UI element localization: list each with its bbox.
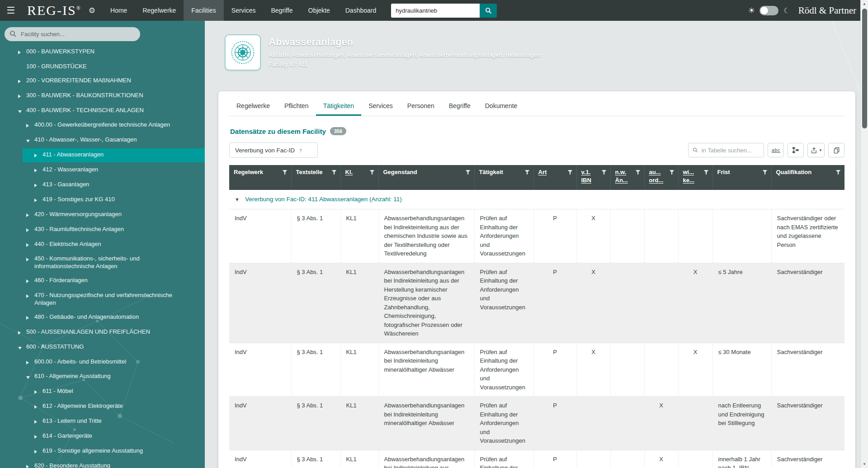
page-scrollbar[interactable]: ▲ ▼ (860, 0, 868, 468)
expand-arrow-icon[interactable] (18, 329, 26, 337)
tree-item[interactable]: 610 - Allgemeine Ausstattung (0, 369, 205, 384)
tree-item[interactable]: 300 - BAUWERK - BAUKONSTRUKTIONEN (0, 89, 205, 104)
table-search-input[interactable] (702, 147, 760, 154)
column-header[interactable]: Tätigkeit (474, 165, 533, 190)
tree-item[interactable]: 411 - Abwasseranlagen (0, 148, 205, 163)
expand-arrow-icon[interactable] (18, 93, 26, 100)
facility-search-input[interactable] (5, 27, 140, 41)
nav-item-facilities[interactable]: Facilities (184, 0, 223, 21)
tree-item[interactable]: 470 - Nutzungsspezifische und verfahrens… (0, 288, 205, 310)
tree-item[interactable]: 440 - Elektrische Anlagen (0, 237, 205, 252)
expand-arrow-icon[interactable] (26, 278, 34, 285)
tree-item[interactable]: 413 - Gasanlagen (0, 178, 205, 193)
tree-item[interactable]: 450 - Kommunikations-, sicherheits- und … (0, 252, 205, 274)
table-row[interactable]: IndV§ 3 Abs. 1KL1Abwasserbehandlungsanla… (229, 397, 844, 450)
expand-arrow-icon[interactable] (34, 403, 42, 411)
filter-icon[interactable] (762, 170, 768, 175)
tree-item[interactable]: 200 - VORBEREITENDE MAßNAHMEN (0, 74, 205, 89)
column-header[interactable]: Gegenstand (378, 165, 474, 190)
filter-icon[interactable] (567, 170, 573, 175)
tab-services[interactable]: Services (361, 96, 400, 116)
column-header[interactable]: Regelwerk (229, 165, 291, 190)
tree-item[interactable]: 611 - Möbel (0, 384, 205, 399)
gear-icon[interactable]: ⚙ (89, 6, 95, 15)
expand-arrow-icon[interactable] (34, 182, 42, 189)
tree-item[interactable]: 600.00 - Arbeits- und Betriebsmittel (0, 355, 205, 370)
filter-icon[interactable] (601, 170, 607, 175)
filter-icon[interactable] (282, 170, 288, 175)
column-header[interactable]: n.w.Än... (610, 165, 644, 190)
global-search-input[interactable] (391, 4, 480, 18)
expand-arrow-icon[interactable] (34, 418, 42, 426)
tree-item[interactable]: 619 - Sonstige allgemeine Ausstattung (0, 444, 205, 459)
expand-arrow-icon[interactable] (26, 241, 34, 249)
table-row[interactable]: IndV§ 3 Abs. 1KL1Abwasserbehandlungsanla… (229, 263, 844, 343)
nav-item-dashboard[interactable]: Dashboard (338, 0, 384, 21)
grouping-button[interactable] (788, 143, 804, 157)
nav-item-home[interactable]: Home (103, 0, 135, 21)
export-button[interactable]: ▾ (807, 143, 825, 157)
expand-arrow-icon[interactable] (18, 49, 26, 57)
tree-item[interactable]: 100 - GRUNDSTÜCKE (0, 60, 205, 74)
tree-item[interactable]: 613 - Leitern und Tritte (0, 414, 205, 429)
nav-item-services[interactable]: Services (224, 0, 264, 21)
column-header[interactable]: au...ord... (644, 165, 678, 190)
tab-regelwerke[interactable]: Regelwerke (229, 96, 277, 116)
expand-arrow-icon[interactable] (26, 227, 34, 234)
filter-icon[interactable] (465, 170, 471, 175)
nav-item-objekte[interactable]: Objekte (301, 0, 338, 21)
tab-personen[interactable]: Personen (400, 96, 442, 116)
filter-icon[interactable] (331, 170, 337, 175)
expand-arrow-icon[interactable] (34, 152, 42, 160)
expand-arrow-icon[interactable] (26, 293, 34, 300)
tree-item[interactable]: 412 - Wasseranlagen (0, 163, 205, 178)
expand-arrow-icon[interactable] (26, 463, 34, 468)
nav-item-regelwerke[interactable]: Regelwerke (135, 0, 184, 21)
tree-item[interactable]: 000 - BAUWERKSTYPEN (0, 45, 205, 60)
global-search-button[interactable] (480, 4, 497, 18)
tree-item[interactable]: 612 - Allgemeine Elektrogeräte (0, 399, 205, 414)
table-row[interactable]: IndV§ 3 Abs. 1KL1Abwasserbehandlungsanla… (229, 343, 844, 397)
tree-item[interactable]: 430 - Raumlufttechnische Anlagen (0, 222, 205, 237)
tree-item[interactable]: 419 - Sonstiges zur KG 410 (0, 193, 205, 208)
filter-icon[interactable] (369, 170, 375, 175)
tree-item[interactable]: 500 - AUSSENANLAGEN UND FREIFLÄCHEN (0, 325, 205, 340)
collapse-arrow-icon[interactable] (26, 373, 34, 381)
column-header[interactable]: Textstelle (291, 165, 340, 190)
scrollbar-thumb[interactable] (862, 9, 867, 128)
tab-pflichten[interactable]: Pflichten (277, 96, 316, 116)
expand-arrow-icon[interactable] (26, 314, 34, 322)
column-header[interactable]: Qualifikation (771, 165, 844, 190)
rename-columns-button[interactable]: abc (768, 143, 784, 157)
scroll-down-icon[interactable]: ▼ (861, 460, 868, 468)
theme-toggle-knob[interactable] (760, 7, 768, 14)
expand-arrow-icon[interactable] (26, 212, 34, 219)
filter-icon[interactable] (635, 170, 641, 175)
sort-direction-icon[interactable]: ↑ (299, 147, 302, 154)
expand-arrow-icon[interactable] (26, 256, 34, 264)
theme-toggle[interactable] (760, 6, 778, 15)
tab-begriffe[interactable]: Begriffe (442, 96, 478, 116)
tree-item[interactable]: 620 - Besondere Ausstattung (0, 459, 205, 468)
tree-item[interactable]: 400.00 - Gewerkeübergreifende technische… (0, 118, 205, 133)
column-header[interactable]: Art (533, 165, 576, 190)
tab-dokumente[interactable]: Dokumente (478, 96, 525, 116)
table-row[interactable]: IndV§ 3 Abs. 1KL1Abwasserbehandlungsanla… (229, 209, 844, 263)
column-header[interactable]: Frist (712, 165, 771, 190)
expand-arrow-icon[interactable] (34, 448, 42, 456)
tree-item[interactable]: 420 - Wärmeversorgungsanlagen (0, 208, 205, 222)
filter-icon[interactable] (524, 170, 530, 175)
group-collapse-icon[interactable]: ▼ (235, 196, 240, 203)
tree-item[interactable]: 460 - Förderanlagen (0, 274, 205, 288)
collapse-arrow-icon[interactable] (26, 137, 34, 145)
column-header[interactable]: Kl. (340, 165, 378, 190)
expand-arrow-icon[interactable] (26, 359, 34, 367)
expand-arrow-icon[interactable] (34, 167, 42, 175)
copy-button[interactable] (828, 143, 844, 157)
hamburger-menu-icon[interactable]: ☰ (0, 0, 22, 21)
table-row[interactable]: IndV§ 3 Abs. 1KL1Abwasserbehandlungsanla… (229, 450, 844, 468)
scroll-up-icon[interactable]: ▲ (861, 0, 868, 8)
collapse-arrow-icon[interactable] (18, 344, 26, 352)
column-header[interactable]: v.1.IBN (576, 165, 610, 190)
tree-item[interactable]: 480 - Gebäude- und Anlagenautomation (0, 310, 205, 325)
